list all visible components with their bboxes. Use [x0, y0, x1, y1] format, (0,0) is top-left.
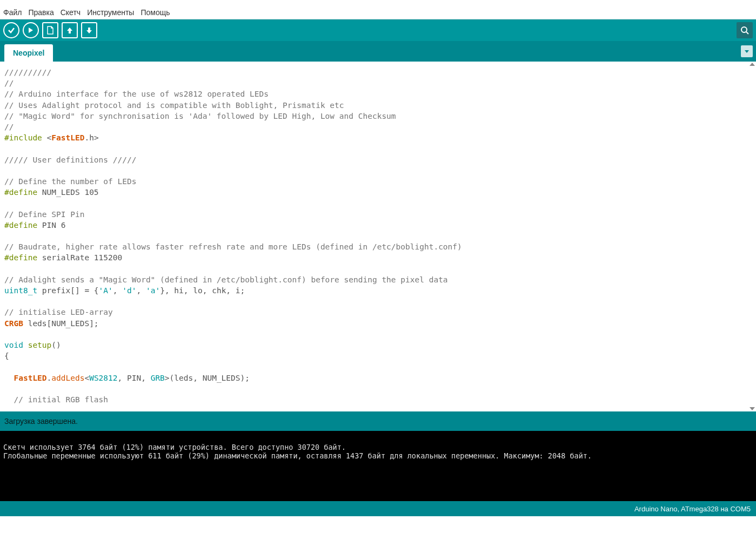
console-line: Скетч использует 3764 байт (12%) памяти … — [3, 443, 346, 451]
code-line: // Arduino interface for the use of ws28… — [4, 89, 752, 99]
code-line — [4, 329, 752, 340]
footer-bar: Arduino Nano, ATmega328 на COM5 — [0, 501, 756, 516]
code-line: #include <FastLED.h> — [4, 132, 752, 143]
scrollbar[interactable] — [748, 62, 756, 411]
code-line: // — [4, 78, 752, 89]
code-line: // Adalight sends a "Magic Word" (define… — [4, 274, 752, 285]
menu-tools[interactable]: Инструменты — [87, 8, 134, 17]
code-line — [4, 165, 752, 176]
save-sketch-button[interactable] — [81, 22, 97, 38]
check-icon — [7, 26, 16, 35]
code-line — [4, 231, 752, 241]
code-line: CRGB leds[NUM_LEDS]; — [4, 318, 752, 329]
code-line: FastLED.addLeds<WS2812, PIN, GRB>(leds, … — [4, 373, 752, 383]
code-line — [4, 143, 752, 154]
search-icon — [740, 25, 750, 35]
arrow-up-icon — [65, 26, 74, 35]
code-line: // initial RGB flash — [4, 394, 752, 405]
menu-file[interactable]: Файл — [3, 8, 22, 17]
svg-line-4 — [746, 32, 748, 34]
svg-marker-2 — [86, 28, 92, 33]
console-output[interactable]: Скетч использует 3764 байт (12%) памяти … — [0, 431, 756, 501]
arrow-right-icon — [26, 26, 35, 35]
code-line: ///// User definitions ///// — [4, 154, 752, 165]
menu-edit[interactable]: Правка — [28, 8, 53, 17]
code-line — [4, 198, 752, 208]
new-sketch-button[interactable] — [42, 22, 58, 38]
code-line: // "Magic Word" for synchronisation is '… — [4, 111, 752, 121]
serial-monitor-button[interactable] — [737, 22, 753, 38]
code-line: // initialise LED-array — [4, 307, 752, 318]
code-line: ////////// — [4, 67, 752, 78]
code-editor[interactable]: ////////////// Arduino interface for the… — [0, 62, 756, 411]
svg-marker-1 — [67, 28, 72, 33]
toolbar — [0, 19, 756, 41]
code-line — [4, 296, 752, 307]
code-line: { — [4, 350, 752, 361]
code-line: // Define the number of LEDs — [4, 176, 752, 187]
arrow-down-icon — [85, 26, 93, 35]
tab-bar: Neopixel — [0, 41, 756, 62]
verify-button[interactable] — [3, 22, 19, 38]
upload-button[interactable] — [23, 22, 39, 38]
tab-dropdown[interactable] — [741, 45, 753, 57]
code-line — [4, 264, 752, 274]
code-line: // — [4, 121, 752, 132]
code-line: #define NUM_LEDS 105 — [4, 187, 752, 198]
file-icon — [46, 26, 55, 35]
code-line: #define PIN 6 — [4, 220, 752, 231]
svg-marker-0 — [29, 28, 33, 33]
code-line — [4, 361, 752, 372]
tab-neopixel[interactable]: Neopixel — [4, 44, 53, 62]
code-line: // Uses Adalight protocol and is compati… — [4, 100, 752, 111]
code-line: void setup() — [4, 340, 752, 350]
svg-marker-5 — [745, 50, 749, 53]
status-bar: Загрузка завершена. — [0, 411, 756, 431]
code-line: #define serialRate 115200 — [4, 252, 752, 263]
menu-sketch[interactable]: Скетч — [61, 8, 81, 17]
code-line: // Define SPI Pin — [4, 209, 752, 220]
code-line: uint8_t prefix[] = {'A', 'd', 'a'}, hi, … — [4, 285, 752, 296]
status-text: Загрузка завершена. — [4, 417, 78, 426]
chevron-down-icon — [744, 48, 750, 55]
code-line — [4, 383, 752, 394]
svg-point-3 — [741, 27, 747, 32]
code-line: // Baudrate, higher rate allows faster r… — [4, 241, 752, 252]
board-info: Arduino Nano, ATmega328 на COM5 — [634, 505, 751, 513]
open-sketch-button[interactable] — [62, 22, 78, 38]
menu-bar: Файл Правка Скетч Инструменты Помощь — [0, 0, 756, 19]
console-line: Глобальные переменные используют 611 бай… — [3, 451, 592, 460]
menu-help[interactable]: Помощь — [141, 8, 170, 17]
